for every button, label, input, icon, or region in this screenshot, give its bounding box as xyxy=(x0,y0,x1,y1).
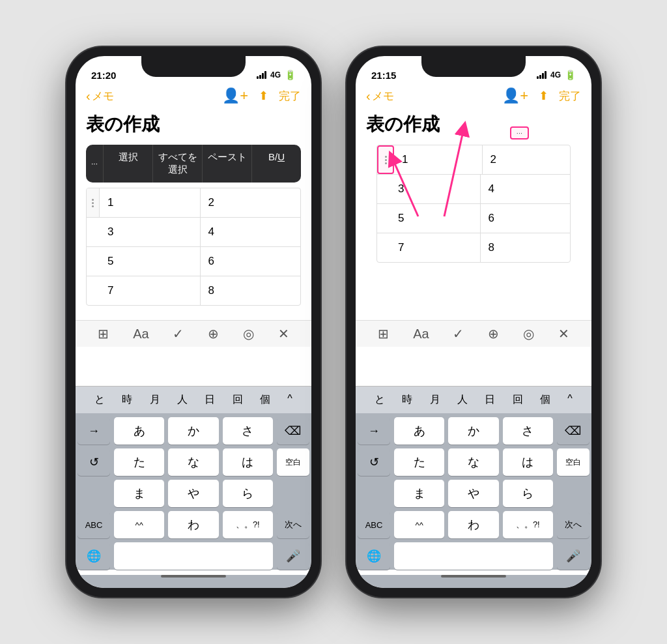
key-abc-2[interactable]: ABC xyxy=(358,511,390,538)
key-arrow[interactable]: → xyxy=(78,417,110,445)
row-handle-1[interactable] xyxy=(87,188,100,217)
toolbar-format-icon-2[interactable]: Aa xyxy=(413,327,429,342)
suggest-to-2[interactable]: と xyxy=(375,393,385,407)
nav-back-1[interactable]: ‹ メモ xyxy=(86,89,114,104)
nav-done-2[interactable]: 完了 xyxy=(559,89,581,104)
key-space-2[interactable]: 空白 xyxy=(557,448,589,476)
nav-done-1[interactable]: 完了 xyxy=(279,89,301,104)
key-sa[interactable]: さ xyxy=(223,417,273,445)
suggest-kai[interactable]: 回 xyxy=(233,393,243,407)
key-arrow-2[interactable]: → xyxy=(358,417,390,445)
cell-2-1[interactable]: 3 xyxy=(87,218,201,246)
suggest-expand[interactable]: ^ xyxy=(287,393,292,407)
suggest-hito[interactable]: 人 xyxy=(177,393,188,407)
key-ta[interactable]: た xyxy=(114,448,164,476)
cell-2-2-1[interactable]: 3 xyxy=(377,175,481,203)
key-a-2[interactable]: あ xyxy=(394,417,444,445)
key-undo-2[interactable]: ↺ xyxy=(358,448,390,476)
add-person-icon-2[interactable]: 👤+ xyxy=(502,87,528,104)
toolbar-pencil-icon[interactable]: ◎ xyxy=(243,326,254,342)
suggest-to[interactable]: と xyxy=(94,393,105,407)
cell-1-2[interactable]: 2 xyxy=(201,188,301,217)
key-ta-2[interactable]: た xyxy=(394,448,444,476)
cell-3-2[interactable]: 6 xyxy=(201,247,301,276)
key-next-2[interactable]: 次へ xyxy=(557,511,589,538)
key-wa-2[interactable]: わ xyxy=(448,511,498,538)
key-next[interactable]: 次へ xyxy=(277,511,309,538)
toolbar-close-icon[interactable]: ✕ xyxy=(278,326,289,342)
suggest-expand-2[interactable]: ^ xyxy=(567,393,573,407)
toolbar-table-icon[interactable]: ⊞ xyxy=(98,326,109,342)
key-punct-2[interactable]: 、。?! xyxy=(503,511,553,538)
key-mic[interactable]: 🎤 xyxy=(277,542,309,570)
key-ka[interactable]: か xyxy=(168,417,218,445)
key-hat-2[interactable]: ^^ xyxy=(394,511,444,538)
suggest-tsuki-2[interactable]: 月 xyxy=(430,393,440,407)
key-space[interactable]: 空白 xyxy=(277,448,309,476)
cell-2-4-2[interactable]: 8 xyxy=(481,233,571,262)
key-ka-2[interactable]: か xyxy=(448,417,498,445)
key-ra[interactable]: ら xyxy=(223,480,273,507)
add-person-icon-1[interactable]: 👤+ xyxy=(222,87,248,104)
key-ha[interactable]: は xyxy=(223,448,273,476)
suggest-ji-2[interactable]: 時 xyxy=(402,393,412,407)
suggest-ko[interactable]: 個 xyxy=(260,393,270,407)
key-abc[interactable]: ABC xyxy=(78,511,110,538)
key-globe-2[interactable]: 🌐 xyxy=(358,542,390,570)
cell-2-2[interactable]: 4 xyxy=(201,218,301,246)
suggest-hi-2[interactable]: 日 xyxy=(485,393,495,407)
context-menu-select[interactable]: 選択 xyxy=(104,145,153,183)
key-wa[interactable]: わ xyxy=(168,511,218,538)
key-punct[interactable]: 、。?! xyxy=(223,511,273,538)
toolbar-table-icon-2[interactable]: ⊞ xyxy=(378,326,389,342)
key-backspace[interactable]: ⌫ xyxy=(277,417,309,445)
toolbar-format-icon[interactable]: Aa xyxy=(133,327,149,342)
context-menu-paste[interactable]: ペースト xyxy=(203,145,252,183)
key-a[interactable]: あ xyxy=(114,417,164,445)
key-na[interactable]: な xyxy=(168,448,218,476)
suggest-ji[interactable]: 時 xyxy=(122,393,132,407)
suggest-hi[interactable]: 日 xyxy=(205,393,215,407)
cell-4-1[interactable]: 7 xyxy=(87,276,201,305)
key-space-bar-2[interactable] xyxy=(394,542,553,570)
key-hat[interactable]: ^^ xyxy=(114,511,164,538)
cell-2-3-2[interactable]: 6 xyxy=(481,204,571,233)
cell-2-1-2[interactable]: 2 xyxy=(483,145,571,174)
cell-2-1-1[interactable]: 1 xyxy=(394,145,483,174)
cell-4-2[interactable]: 8 xyxy=(201,276,301,305)
toolbar-add-icon[interactable]: ⊕ xyxy=(208,326,219,342)
key-mic-2[interactable]: 🎤 xyxy=(557,542,589,570)
toolbar-pencil-icon-2[interactable]: ◎ xyxy=(523,326,534,342)
toolbar-check-icon[interactable]: ✓ xyxy=(173,326,184,342)
context-menu-select-all[interactable]: すべてを選択 xyxy=(153,145,203,183)
cell-1-1[interactable]: 1 xyxy=(100,188,201,217)
cell-2-3-1[interactable]: 5 xyxy=(377,204,481,233)
key-sa-2[interactable]: さ xyxy=(503,417,553,445)
cell-2-2-2[interactable]: 4 xyxy=(481,175,571,203)
key-ya-2[interactable]: や xyxy=(448,480,498,507)
key-ma[interactable]: ま xyxy=(114,480,164,507)
col-handle-highlight[interactable] xyxy=(377,145,394,174)
key-space-bar[interactable] xyxy=(114,542,273,570)
context-menu-format[interactable]: B/U xyxy=(252,145,301,183)
toolbar-check-icon-2[interactable]: ✓ xyxy=(453,326,464,342)
share-icon-2[interactable]: ⬆ xyxy=(539,89,548,103)
key-undo[interactable]: ↺ xyxy=(78,448,110,476)
nav-back-2[interactable]: ‹ メモ xyxy=(366,89,394,104)
suggest-kai-2[interactable]: 回 xyxy=(513,393,523,407)
key-ha-2[interactable]: は xyxy=(503,448,553,476)
suggest-ko-2[interactable]: 個 xyxy=(540,393,550,407)
cell-3-1[interactable]: 5 xyxy=(87,247,201,276)
key-backspace-2[interactable]: ⌫ xyxy=(557,417,589,445)
cell-2-4-1[interactable]: 7 xyxy=(377,233,481,262)
key-ra-2[interactable]: ら xyxy=(503,480,553,507)
key-ma-2[interactable]: ま xyxy=(394,480,444,507)
suggest-tsuki[interactable]: 月 xyxy=(150,393,160,407)
key-ya[interactable]: や xyxy=(168,480,218,507)
suggest-hito-2[interactable]: 人 xyxy=(457,393,468,407)
key-globe[interactable]: 🌐 xyxy=(78,542,110,570)
toolbar-add-icon-2[interactable]: ⊕ xyxy=(488,326,499,342)
toolbar-close-icon-2[interactable]: ✕ xyxy=(558,326,569,342)
share-icon-1[interactable]: ⬆ xyxy=(259,89,268,103)
key-na-2[interactable]: な xyxy=(448,448,498,476)
